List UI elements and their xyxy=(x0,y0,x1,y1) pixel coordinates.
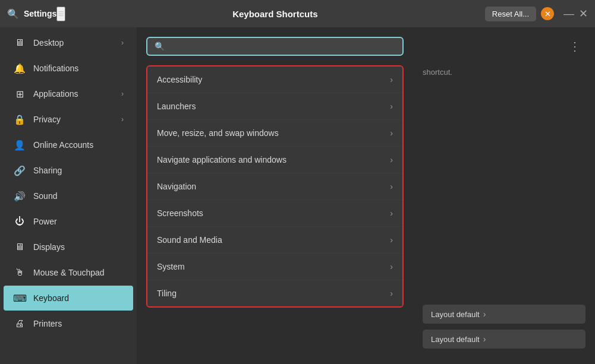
shortcut-item-label: Tiling xyxy=(157,289,390,298)
shortcut-item[interactable]: Navigate applications and windows› xyxy=(147,147,402,173)
shortcut-item[interactable]: Launchers› xyxy=(147,93,402,120)
hamburger-button[interactable]: ≡ xyxy=(56,7,65,21)
layout-default-button[interactable]: Layout default› xyxy=(423,305,585,324)
online-accounts-icon: 👤 xyxy=(13,138,26,151)
shortcut-item-label: Move, resize, and swap windows xyxy=(157,128,390,138)
printers-icon: 🖨 xyxy=(13,317,26,330)
shortcut-item[interactable]: Move, resize, and swap windows› xyxy=(147,120,402,147)
sidebar-label-applications: Applications xyxy=(33,89,121,99)
shortcut-item-label: System xyxy=(157,262,390,271)
sidebar-item-keyboard[interactable]: ⌨Keyboard xyxy=(4,286,133,311)
chevron-right-icon: › xyxy=(390,235,393,245)
chevron-right-icon: › xyxy=(121,115,124,124)
chevron-right-icon: › xyxy=(390,262,393,271)
layout-default-button[interactable]: Layout default› xyxy=(423,330,585,349)
sidebar-item-notifications[interactable]: 🔔Notifications xyxy=(4,56,133,81)
shortcut-list: Accessibility›Launchers›Move, resize, an… xyxy=(146,65,404,308)
sidebar-item-privacy[interactable]: 🔒Privacy› xyxy=(4,107,133,132)
search-bar: 🔍 xyxy=(146,37,404,56)
reset-all-button[interactable]: Reset All... xyxy=(485,7,536,21)
displays-icon: 🖥 xyxy=(13,240,26,254)
mouse-touchpad-icon: 🖱 xyxy=(13,266,26,279)
keyboard-icon: ⌨ xyxy=(13,292,26,305)
privacy-icon: 🔒 xyxy=(13,113,26,126)
sidebar-label-notifications: Notifications xyxy=(33,64,124,73)
sound-icon: 🔊 xyxy=(13,189,26,202)
chevron-right-icon: › xyxy=(390,182,393,191)
sidebar-label-keyboard: Keyboard xyxy=(33,293,124,303)
sidebar-item-applications[interactable]: ⊞Applications› xyxy=(4,81,133,106)
power-icon: ⏻ xyxy=(13,215,26,228)
sharing-icon: 🔗 xyxy=(13,164,26,177)
window-minimize-button[interactable]: — xyxy=(563,8,574,20)
window-close-button[interactable]: ✕ xyxy=(579,7,588,20)
shortcut-item-label: Launchers xyxy=(157,102,390,111)
chevron-right-icon: › xyxy=(483,334,486,344)
desktop-icon: 🖥 xyxy=(13,36,26,49)
shortcut-item[interactable]: Navigation› xyxy=(147,173,402,200)
main-layout: 🖥Desktop›🔔Notifications⊞Applications›🔒Pr… xyxy=(0,27,595,364)
more-options-button[interactable]: ⋮ xyxy=(564,37,585,56)
chevron-right-icon: › xyxy=(390,208,393,218)
search-icon: 🔍 xyxy=(7,8,19,20)
shortcut-item-label: Navigate applications and windows xyxy=(157,155,390,164)
sidebar-label-sharing: Sharing xyxy=(33,166,124,175)
shortcuts-panel: 🔍 Accessibility›Launchers›Move, resize, … xyxy=(137,27,413,364)
sidebar-label-mouse-touchpad: Mouse & Touchpad xyxy=(33,268,124,277)
sidebar-label-printers: Printers xyxy=(33,319,124,328)
shortcut-placeholder-text: shortcut. xyxy=(423,68,585,77)
chevron-right-icon: › xyxy=(121,39,124,47)
content-area: 🔍 Accessibility›Launchers›Move, resize, … xyxy=(137,27,595,364)
sidebar-label-desktop: Desktop xyxy=(33,38,121,48)
shortcut-item-label: Screenshots xyxy=(157,208,390,218)
shortcut-item-label: Accessibility xyxy=(157,75,390,84)
right-panel: ⋮ shortcut. Layout default›Layout defaul… xyxy=(413,27,595,364)
sidebar-item-desktop[interactable]: 🖥Desktop› xyxy=(4,30,133,55)
sidebar-item-displays[interactable]: 🖥Displays xyxy=(4,235,133,259)
search-bar-icon: 🔍 xyxy=(155,42,165,51)
sidebar-item-power[interactable]: ⏻Power xyxy=(4,209,133,234)
close-orange-button[interactable]: ✕ xyxy=(541,7,554,20)
chevron-right-icon: › xyxy=(390,75,393,84)
chevron-right-icon: › xyxy=(121,90,124,98)
chevron-right-icon: › xyxy=(390,102,393,111)
shortcut-item[interactable]: Tiling› xyxy=(147,280,402,306)
shortcut-item[interactable]: Screenshots› xyxy=(147,200,402,227)
search-input[interactable] xyxy=(169,42,395,51)
chevron-right-icon: › xyxy=(390,128,393,138)
sidebar-item-sound[interactable]: 🔊Sound xyxy=(4,183,133,208)
shortcut-item-label: Navigation xyxy=(157,182,390,191)
layout-btn-label: Layout default xyxy=(431,310,480,319)
shortcut-item[interactable]: Sound and Media› xyxy=(147,227,402,254)
sidebar-item-online-accounts[interactable]: 👤Online Accounts xyxy=(4,132,133,157)
chevron-right-icon: › xyxy=(390,155,393,164)
sidebar-item-sharing[interactable]: 🔗Sharing xyxy=(4,158,133,183)
titlebar: 🔍 Settings ≡ Keyboard Shortcuts Reset Al… xyxy=(0,0,595,27)
shortcut-item-label: Sound and Media xyxy=(157,235,390,245)
chevron-right-icon: › xyxy=(483,309,486,319)
sidebar: 🖥Desktop›🔔Notifications⊞Applications›🔒Pr… xyxy=(0,27,137,364)
chevron-right-icon: › xyxy=(390,289,393,298)
sidebar-label-privacy: Privacy xyxy=(33,115,121,124)
sidebar-label-displays: Displays xyxy=(33,242,124,252)
layout-rows-container: Layout default›Layout default› xyxy=(423,305,585,354)
titlebar-title: Keyboard Shortcuts xyxy=(65,9,485,19)
shortcut-item[interactable]: Accessibility› xyxy=(147,67,402,93)
layout-btn-label: Layout default xyxy=(431,335,480,344)
sidebar-item-mouse-touchpad[interactable]: 🖱Mouse & Touchpad xyxy=(4,260,133,285)
sidebar-label-sound: Sound xyxy=(33,191,124,201)
sidebar-label-power: Power xyxy=(33,217,124,226)
app-name: Settings xyxy=(24,9,56,18)
shortcut-item[interactable]: System› xyxy=(147,254,402,280)
sidebar-item-printers[interactable]: 🖨Printers xyxy=(4,311,133,336)
notifications-icon: 🔔 xyxy=(13,62,26,75)
applications-icon: ⊞ xyxy=(13,87,26,100)
sidebar-label-online-accounts: Online Accounts xyxy=(33,140,124,150)
